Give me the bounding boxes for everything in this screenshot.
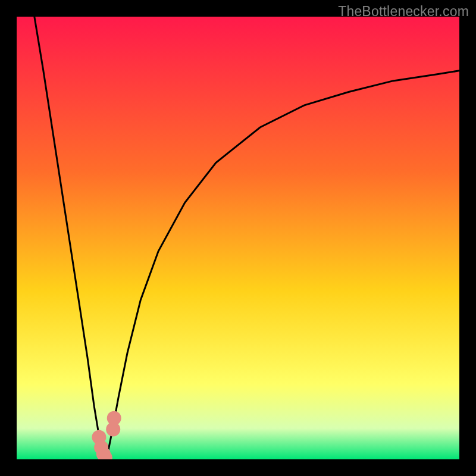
plot-area bbox=[17, 17, 459, 459]
watermark-text: TheBottlenecker.com bbox=[338, 4, 469, 20]
gradient-background bbox=[17, 17, 459, 459]
bottleneck-chart bbox=[17, 17, 459, 459]
data-marker bbox=[107, 411, 121, 425]
chart-frame: TheBottlenecker.com bbox=[0, 0, 476, 476]
